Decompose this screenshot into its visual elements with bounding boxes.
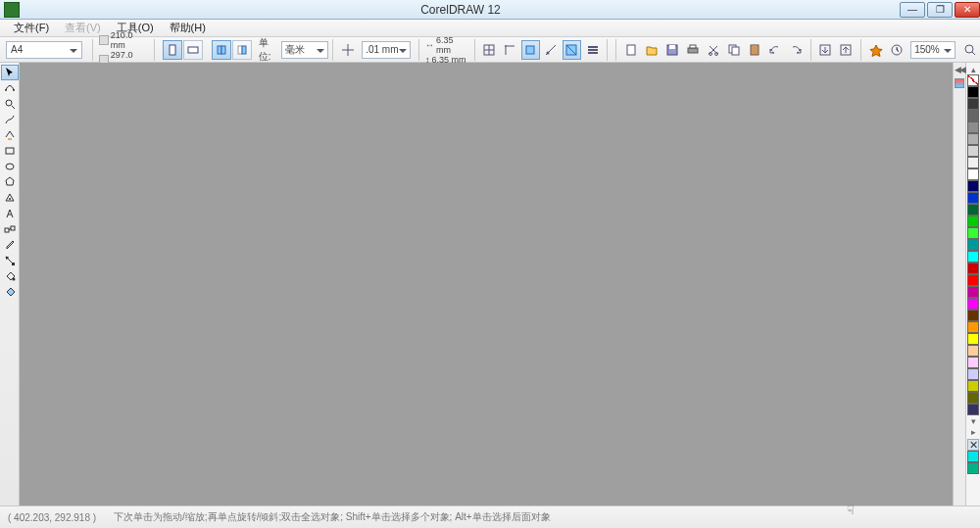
swatch[interactable] xyxy=(967,310,979,321)
svg-point-28 xyxy=(5,89,7,91)
palette-scroll-down[interactable]: ▾ xyxy=(967,416,979,426)
outline-tool[interactable] xyxy=(1,253,19,268)
snapto-guides-button[interactable] xyxy=(501,40,519,60)
side-swatch-a[interactable] xyxy=(967,451,979,462)
swatch[interactable] xyxy=(967,110,979,121)
close-button[interactable]: ✕ xyxy=(955,2,980,18)
swatch[interactable] xyxy=(967,204,979,216)
snapto-objects-button[interactable] xyxy=(521,40,540,60)
svg-rect-21 xyxy=(732,47,739,55)
svg-rect-1 xyxy=(188,47,198,53)
portrait-button[interactable] xyxy=(163,40,182,60)
swatch[interactable] xyxy=(967,357,979,368)
treat-as-filled-button[interactable] xyxy=(563,40,581,60)
swatch[interactable] xyxy=(967,98,979,110)
swatch[interactable] xyxy=(967,274,979,286)
swatch[interactable] xyxy=(967,86,979,98)
palette-close[interactable]: ✕ xyxy=(967,439,979,451)
interactive-fill-tool[interactable] xyxy=(1,284,19,300)
svg-rect-11 xyxy=(588,49,598,51)
swatch[interactable] xyxy=(967,180,979,192)
save-button[interactable] xyxy=(662,40,681,60)
svg-point-32 xyxy=(6,164,14,169)
swatch-nofill[interactable] xyxy=(967,74,979,86)
swatch[interactable] xyxy=(967,239,979,251)
swatch[interactable] xyxy=(967,157,979,168)
ellipse-tool[interactable] xyxy=(1,159,19,174)
swatch[interactable] xyxy=(967,345,979,357)
svg-rect-36 xyxy=(12,263,15,265)
zoom-select[interactable]: 150% xyxy=(910,41,956,59)
swatch[interactable] xyxy=(967,404,979,415)
paper-size-select[interactable]: A4 xyxy=(6,41,82,59)
swatch[interactable] xyxy=(967,263,979,274)
zoom-tool[interactable] xyxy=(1,96,19,112)
dynamic-guides-button[interactable] xyxy=(542,40,561,60)
options-button[interactable] xyxy=(583,40,602,60)
cut-button[interactable] xyxy=(704,40,722,60)
copy-button[interactable] xyxy=(724,40,743,60)
palette-scroll-up[interactable]: ▴ xyxy=(967,65,979,74)
zoom-dropdown-button[interactable] xyxy=(960,40,979,60)
side-swatch-b[interactable] xyxy=(967,462,979,474)
swatch[interactable] xyxy=(967,168,979,180)
swatch[interactable] xyxy=(967,145,979,157)
cursor-coords: ( 402.203, 292.918 ) xyxy=(8,512,96,523)
import-button[interactable] xyxy=(816,40,835,60)
nudge-icon xyxy=(338,40,357,60)
svg-rect-5 xyxy=(242,46,246,54)
swatch[interactable] xyxy=(967,216,979,227)
welcome-button[interactable] xyxy=(887,40,906,60)
swatch[interactable] xyxy=(967,321,979,333)
redo-button[interactable] xyxy=(787,40,806,60)
swatch[interactable] xyxy=(967,333,979,345)
freehand-tool[interactable] xyxy=(1,112,19,127)
basic-shapes-tool[interactable] xyxy=(1,190,19,206)
menu-file[interactable]: 文件(F) xyxy=(6,20,57,36)
print-button[interactable] xyxy=(683,40,702,60)
docker-tabs[interactable]: ◀◀ xyxy=(953,63,966,505)
duplicate-offset[interactable]: ↔6.35 mm ↕6.35 mm xyxy=(425,35,468,65)
swatch[interactable] xyxy=(967,121,979,133)
polygon-tool[interactable] xyxy=(1,174,19,190)
unit-select[interactable]: 毫米 xyxy=(281,41,328,59)
export-button[interactable] xyxy=(837,40,856,60)
swatch[interactable] xyxy=(967,392,979,404)
current-page-button[interactable] xyxy=(232,40,252,60)
app-launcher-button[interactable] xyxy=(866,40,885,60)
snapto-grid-button[interactable] xyxy=(480,40,499,60)
minimize-button[interactable]: — xyxy=(900,2,925,18)
swatch[interactable] xyxy=(967,227,979,239)
swatch[interactable] xyxy=(967,192,979,204)
svg-point-29 xyxy=(13,89,15,91)
new-button[interactable] xyxy=(621,40,640,60)
svg-point-27 xyxy=(965,45,973,53)
nudge-input[interactable]: .01 mm xyxy=(362,41,411,59)
drawing-canvas[interactable] xyxy=(20,63,953,505)
paste-button[interactable] xyxy=(746,40,764,60)
swatch[interactable] xyxy=(967,251,979,263)
rectangle-tool[interactable] xyxy=(1,143,19,159)
pick-tool[interactable] xyxy=(1,65,19,80)
menu-help[interactable]: 帮助(H) xyxy=(162,20,214,36)
interactive-blend-tool[interactable] xyxy=(1,221,19,237)
smart-drawing-tool[interactable] xyxy=(1,127,19,143)
shape-tool[interactable] xyxy=(1,80,19,96)
undo-button[interactable] xyxy=(766,40,785,60)
all-pages-button[interactable] xyxy=(212,40,231,60)
eyedropper-tool[interactable] xyxy=(1,237,19,253)
svg-rect-34 xyxy=(5,228,9,232)
landscape-button[interactable] xyxy=(183,40,203,60)
swatch[interactable] xyxy=(967,368,979,380)
swatch[interactable] xyxy=(967,298,979,310)
palette-flyout[interactable]: ▸ xyxy=(967,427,979,437)
swatch[interactable] xyxy=(967,286,979,298)
swatch[interactable] xyxy=(967,133,979,145)
open-button[interactable] xyxy=(642,40,661,60)
svg-point-30 xyxy=(6,100,12,106)
swatch[interactable] xyxy=(967,380,979,392)
maximize-button[interactable]: ❐ xyxy=(927,2,953,18)
fill-tool[interactable] xyxy=(1,268,19,284)
docker-tab-icon[interactable] xyxy=(955,78,964,88)
text-tool[interactable] xyxy=(1,206,19,221)
